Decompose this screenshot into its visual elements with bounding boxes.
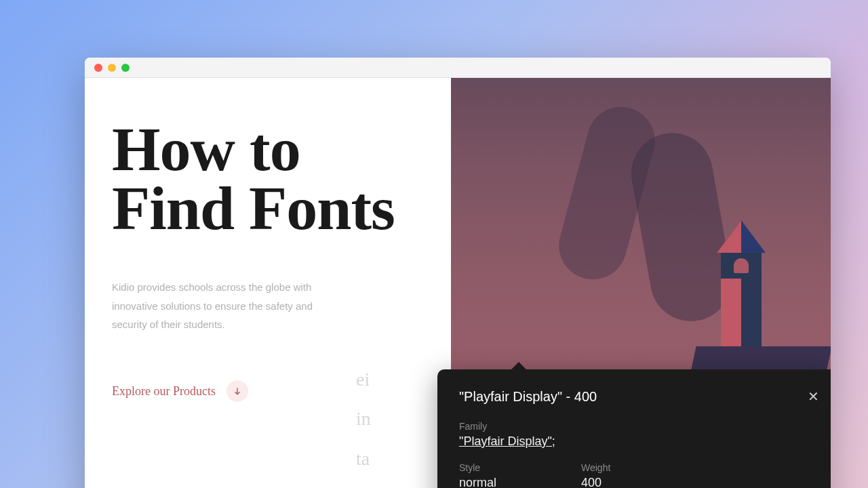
font-inspector-popover: "Playfair Display" - 400 ✕ Family "Playf… xyxy=(437,369,831,488)
close-icon[interactable]: ✕ xyxy=(808,388,819,405)
explore-link-label[interactable]: Explore our Products xyxy=(112,384,216,399)
maximize-icon[interactable] xyxy=(121,64,130,72)
family-label: Family xyxy=(459,421,819,432)
style-value: normal xyxy=(459,476,534,488)
bg-fragment: ta xyxy=(356,442,371,476)
bg-fragment: u xyxy=(356,481,371,488)
weight-value: 400 xyxy=(581,476,656,488)
arrow-down-icon[interactable] xyxy=(226,380,248,402)
bg-fragment: in xyxy=(356,402,371,436)
popover-title: "Playfair Display" - 400 xyxy=(459,389,597,405)
close-icon[interactable] xyxy=(94,64,102,72)
browser-window: ei in ta u How to Find Fonts Kidio provi… xyxy=(85,58,831,488)
explore-cta[interactable]: Explore our Products xyxy=(112,380,478,402)
page-title: How to Find Fonts xyxy=(112,120,478,239)
titlebar xyxy=(85,58,831,78)
family-value[interactable]: "Playfair Display"; xyxy=(459,434,819,449)
style-label: Style xyxy=(459,462,534,473)
minimize-icon[interactable] xyxy=(108,64,116,72)
page-content: ei in ta u How to Find Fonts Kidio provi… xyxy=(85,78,831,488)
weight-label: Weight xyxy=(581,462,656,473)
hero-description: Kidio provides schools across the globe … xyxy=(112,278,342,334)
title-line-2: Find Fonts xyxy=(112,174,395,243)
hero-text: How to Find Fonts Kidio provides schools… xyxy=(112,120,478,402)
